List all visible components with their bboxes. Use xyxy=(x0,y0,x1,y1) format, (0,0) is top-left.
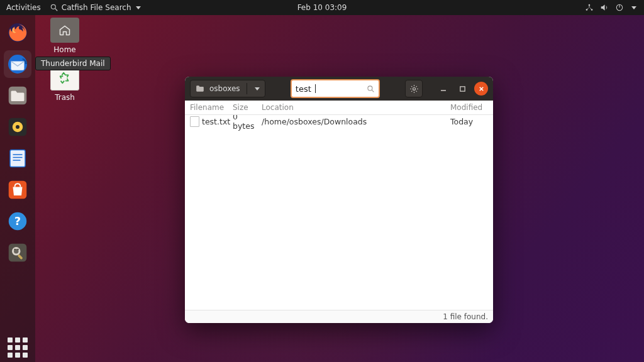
svg-point-2 xyxy=(589,4,591,6)
svg-text:?: ? xyxy=(14,214,21,228)
files-icon xyxy=(6,84,29,107)
power-icon[interactable] xyxy=(615,3,624,12)
close-button[interactable] xyxy=(474,82,488,96)
file-icon xyxy=(190,116,199,127)
search-text: test xyxy=(296,84,311,94)
svg-point-17 xyxy=(16,125,19,129)
help-icon: ? xyxy=(6,210,29,233)
dock-files[interactable] xyxy=(4,82,31,109)
chevron-down-icon xyxy=(255,87,260,90)
column-modified[interactable]: Modified xyxy=(450,103,488,112)
dock-rhythmbox[interactable] xyxy=(4,113,31,141)
minimize-button[interactable] xyxy=(436,82,450,96)
cell-location: /home/osboxes/Downloads xyxy=(262,117,450,126)
home-icon xyxy=(58,24,72,36)
results-header: Filename Size Location Modified xyxy=(185,101,493,115)
dock-catfish[interactable] xyxy=(4,239,31,266)
text-caret xyxy=(315,84,316,93)
dock-firefox[interactable] xyxy=(4,19,31,47)
cell-filename: test.txt xyxy=(202,117,230,126)
writer-icon xyxy=(6,147,29,170)
svg-point-31 xyxy=(18,249,19,250)
desktop-icon-label: Home xyxy=(43,45,87,54)
results-list[interactable]: test.txt 0 bytes /home/osboxes/Downloads… xyxy=(185,115,493,310)
status-bar: 1 file found. xyxy=(185,310,493,323)
desktop-icon-trash[interactable]: Trash xyxy=(43,65,87,102)
network-icon[interactable] xyxy=(585,3,594,12)
dock-thunderbird[interactable] xyxy=(4,50,31,78)
svg-point-30 xyxy=(14,249,16,250)
close-icon xyxy=(478,85,485,92)
svg-line-8 xyxy=(372,90,374,92)
thunderbird-icon xyxy=(6,53,29,75)
separator xyxy=(247,83,247,94)
svg-rect-18 xyxy=(10,150,25,167)
gear-icon xyxy=(409,84,419,94)
status-text: 1 file found. xyxy=(443,312,488,321)
settings-button[interactable] xyxy=(405,80,423,97)
catfish-window: osboxes test xyxy=(185,77,493,323)
cell-modified: Today xyxy=(450,117,488,126)
music-icon xyxy=(6,116,29,138)
svg-rect-11 xyxy=(460,86,464,90)
desktop-icon-home[interactable]: Home xyxy=(43,18,87,54)
dock-libreoffice-writer[interactable] xyxy=(4,145,31,172)
recycle-icon xyxy=(58,70,72,85)
column-filename[interactable]: Filename xyxy=(190,103,233,112)
show-applications[interactable] xyxy=(6,336,30,359)
location-selector[interactable]: osboxes xyxy=(190,80,265,97)
firefox-icon xyxy=(6,21,29,44)
maximize-icon xyxy=(459,85,466,92)
catfish-app-icon xyxy=(6,241,29,264)
catfish-icon xyxy=(50,3,58,12)
system-menu-chevron-icon[interactable] xyxy=(631,6,636,9)
location-label: osboxes xyxy=(209,84,240,93)
search-field[interactable]: test xyxy=(291,79,380,98)
dock-software[interactable] xyxy=(4,176,31,204)
dock-help[interactable]: ? xyxy=(4,207,31,235)
desktop-icon-label: Trash xyxy=(43,93,87,102)
chevron-down-icon xyxy=(136,6,141,9)
minimize-icon xyxy=(440,85,447,92)
dock-tooltip: Thunderbird Mail xyxy=(35,57,111,70)
cell-size: 0 bytes xyxy=(233,115,262,131)
maximize-button[interactable] xyxy=(455,82,469,96)
app-menu-label: Catfish File Search xyxy=(62,3,131,12)
volume-icon[interactable] xyxy=(600,3,609,12)
dock: ? xyxy=(0,15,35,362)
svg-point-9 xyxy=(413,87,415,90)
search-icon xyxy=(367,85,375,93)
svg-point-0 xyxy=(51,4,55,9)
svg-line-1 xyxy=(55,9,58,11)
result-row[interactable]: test.txt 0 bytes /home/osboxes/Downloads… xyxy=(185,115,493,128)
shopping-bag-icon xyxy=(6,178,29,201)
window-titlebar[interactable]: osboxes test xyxy=(185,77,493,101)
column-size[interactable]: Size xyxy=(233,103,262,112)
svg-point-7 xyxy=(368,85,372,90)
clock[interactable]: Feb 10 03:09 xyxy=(297,3,347,12)
folder-icon xyxy=(196,85,204,92)
app-menu[interactable]: Catfish File Search xyxy=(50,3,141,12)
column-location[interactable]: Location xyxy=(262,103,450,112)
activities-button[interactable]: Activities xyxy=(6,3,41,12)
